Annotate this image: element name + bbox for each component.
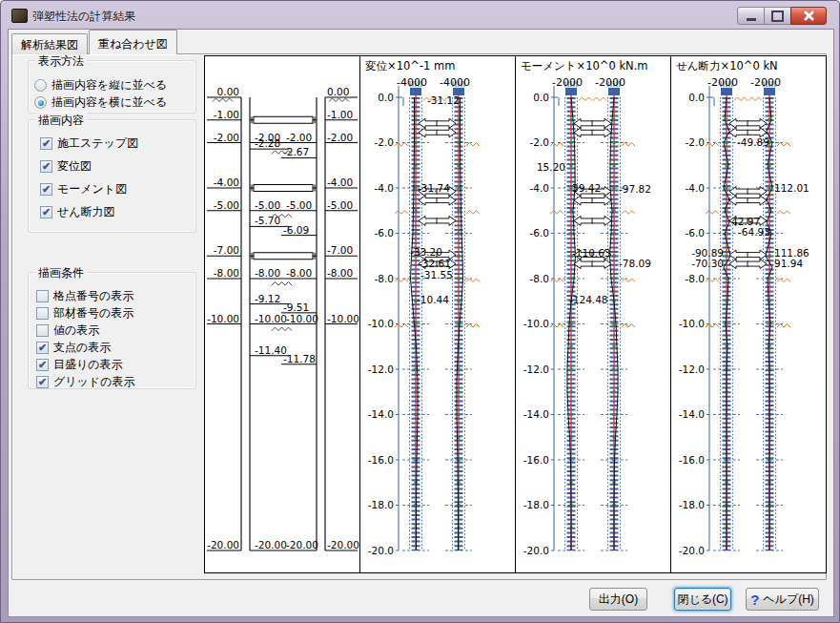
checkbox-option[interactable]: ✔目盛りの表示 [36,357,123,373]
svg-text:-6.0: -6.0 [530,227,550,239]
svg-text:-10.0: -10.0 [368,318,394,329]
construction-step-panel: 0.000.00-1.00-1.00-2.00-2.00-4.00-4.00-5… [205,56,360,572]
svg-text:-14.0: -14.0 [679,408,705,420]
checkbox-option[interactable]: ✔せん断力図 [40,204,115,220]
svg-text:-10.00: -10.00 [255,313,287,324]
svg-text:-78.09: -78.09 [619,258,651,269]
radio-selected[interactable] [34,96,47,109]
svg-text:-2.0: -2.0 [375,136,395,148]
svg-text:-2000: -2000 [750,76,781,89]
close-dialog-button-label: 閉じる(C) [677,592,727,608]
svg-text:-32.61: -32.61 [419,258,451,269]
svg-text:-4.0: -4.0 [686,182,706,194]
svg-text:-9.12: -9.12 [255,293,280,304]
svg-text:-10.0: -10.0 [523,318,549,329]
moment-panel: 0.0-2.0-4.0-6.0-8.0-10.0-12.0-14.0-16.0-… [516,56,671,572]
svg-text:-8.0: -8.0 [530,273,550,284]
option-label: 施工ステップ図 [57,135,138,152]
help-button-label: ヘルプ(H) [763,592,814,608]
group-title: 表示方法 [35,53,87,70]
svg-text:-20.00: -20.00 [255,539,287,550]
svg-text:-2.0: -2.0 [686,136,706,148]
svg-text:-8.00: -8.00 [214,267,239,279]
checkbox-checked[interactable]: ✔ [36,376,49,388]
svg-text:-2000: -2000 [552,76,583,89]
close-button[interactable] [790,7,827,25]
svg-text:-12.0: -12.0 [368,363,394,375]
svg-text:-14.0: -14.0 [523,408,549,420]
svg-text:-20.0: -20.0 [523,545,549,556]
option-label: 描画内容を縦に並べる [51,77,167,93]
checkbox-unchecked[interactable] [36,307,49,320]
minimize-icon [747,18,756,21]
svg-text:-2.0: -2.0 [530,136,550,148]
checkbox-option[interactable]: 格点番号の表示 [36,288,133,304]
checkbox-option[interactable]: ✔施工ステップ図 [40,135,138,152]
svg-text:-11.78: -11.78 [283,353,316,364]
svg-text:-2000: -2000 [595,76,625,89]
window-frame: 弾塑性法の計算結果 解析結果図 重ね合わせ図 表示方法 描画内容を縦に並べる描画… [0,0,840,623]
maximize-button[interactable] [764,7,791,25]
svg-text:-49.89: -49.89 [737,136,769,148]
svg-text:-10.0: -10.0 [679,318,705,329]
svg-text:0.0: 0.0 [378,92,394,103]
svg-text:-8.00: -8.00 [327,267,353,279]
group-title: 描画条件 [35,265,87,281]
checkbox-checked[interactable]: ✔ [40,183,52,196]
close-icon [803,10,815,22]
help-question-icon: ? [750,592,759,607]
svg-text:-4000: -4000 [397,76,427,89]
svg-text:-20.0: -20.0 [679,545,705,556]
tab-superposition[interactable]: 重ね合わせ図 [89,30,177,54]
svg-text:-1.00: -1.00 [327,109,353,120]
checkbox-unchecked[interactable] [36,290,49,302]
checkbox-checked[interactable]: ✔ [40,160,52,173]
app-icon [11,9,28,23]
option-label: 支点の表示 [53,340,111,356]
checkbox-option[interactable]: 値の表示 [36,322,99,339]
checkbox-option[interactable]: ✔支点の表示 [36,340,111,356]
minimize-button[interactable] [737,7,765,25]
svg-text:-10.00: -10.00 [327,313,359,324]
checkbox-checked[interactable]: ✔ [36,342,49,354]
svg-text:-20.0: -20.0 [368,545,394,556]
group-display-method: 表示方法 描画内容を縦に並べる描画内容を横に並べる [28,60,196,114]
svg-text:-64.93: -64.93 [738,226,770,238]
tab-strip: 解析結果図 重ね合わせ図 [11,30,178,54]
radio-option[interactable]: 描画内容を横に並べる [34,94,167,111]
maximize-icon [771,10,784,22]
window-title: 弾塑性法の計算結果 [32,9,135,25]
svg-text:-2.28: -2.28 [255,137,280,149]
checkbox-checked[interactable]: ✔ [40,137,52,150]
svg-text:-1.00: -1.00 [214,109,239,120]
svg-text:0.00: 0.00 [217,86,239,97]
radio-unselected[interactable] [34,79,47,92]
checkbox-unchecked[interactable] [36,324,49,337]
svg-text:-4.00: -4.00 [327,177,353,188]
output-button[interactable]: 出力(O) [589,588,647,611]
client-area: 解析結果図 重ね合わせ図 表示方法 描画内容を縦に並べる描画内容を横に並べる 描… [9,30,833,616]
close-dialog-button[interactable]: 閉じる(C) [674,588,731,611]
tab-analysis-result[interactable]: 解析結果図 [11,33,88,54]
svg-text:-33.20: -33.20 [410,246,442,258]
svg-text:-11.40: -11.40 [255,344,287,356]
svg-text:-16.0: -16.0 [368,454,394,466]
option-label: 格点番号の表示 [53,288,133,304]
svg-text:-12.0: -12.0 [523,363,549,375]
diagram-viewport: 0.000.00-1.00-1.00-2.00-2.00-4.00-4.00-5… [204,55,827,573]
help-button[interactable]: ? ヘルプ(H) [746,588,819,611]
svg-text:-8.0: -8.0 [686,273,706,284]
checkbox-option[interactable]: 部材番号の表示 [36,305,133,322]
radio-option[interactable]: 描画内容を縦に並べる [34,77,167,93]
checkbox-option[interactable]: ✔変位図 [40,158,92,175]
svg-text:-16.0: -16.0 [523,454,549,466]
checkbox-checked[interactable]: ✔ [40,206,52,218]
svg-text:-31.55: -31.55 [420,269,453,280]
checkbox-option[interactable]: ✔モーメント図 [40,181,127,197]
displacement-panel: 0.0-2.0-4.0-6.0-8.0-10.0-12.0-14.0-16.0-… [360,56,516,572]
checkbox-option[interactable]: ✔グリッドの表示 [36,374,134,390]
svg-text:-5.70: -5.70 [255,215,280,226]
checkbox-checked[interactable]: ✔ [36,359,49,371]
svg-text:-6.0: -6.0 [686,227,706,239]
title-bar[interactable]: 弾塑性法の計算結果 [1,1,839,30]
